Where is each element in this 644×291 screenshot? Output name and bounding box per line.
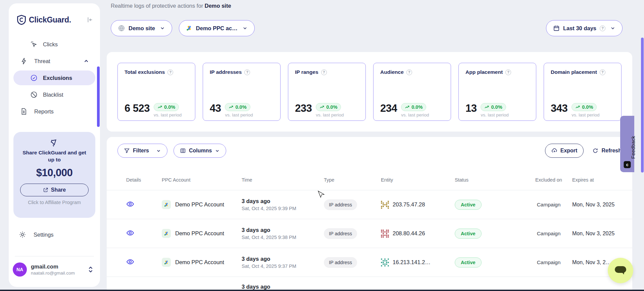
user-name: gmail.com xyxy=(31,263,75,270)
ppc-account-selector-value: Demo PPC ac… xyxy=(196,25,238,32)
stat-card-ip-addresses: IP addresses? 43 0.0%vs. last period xyxy=(203,63,281,121)
columns-icon xyxy=(180,148,186,154)
columns-button[interactable]: Columns xyxy=(174,144,226,158)
table-row-partial[interactable]: 3 days ago xyxy=(107,277,632,291)
time-absolute: Sat, Oct 4, 2025 9:38 PM xyxy=(242,235,324,240)
sidebar-item-clicks[interactable]: Clicks xyxy=(9,37,100,52)
column-header-excluded-on[interactable]: Excluded on xyxy=(530,177,567,183)
chevron-down-icon xyxy=(242,26,248,31)
help-icon[interactable]: ? xyxy=(600,26,605,31)
column-header-details[interactable]: Details xyxy=(117,177,162,183)
stat-label: Audience xyxy=(380,69,404,75)
chevron-up-icon[interactable] xyxy=(83,58,89,64)
trend-up-icon xyxy=(484,105,489,110)
click-cursor-icon xyxy=(30,41,38,48)
column-header-status[interactable]: Status xyxy=(455,177,530,183)
table-header-row: Details PPC Account Time Type Entity Sta… xyxy=(107,177,632,190)
feedback-label: Feedback xyxy=(630,120,636,159)
table-row[interactable]: Demo PPC Account 3 days agoSat, Oct 4, 2… xyxy=(107,190,632,219)
view-details-button[interactable] xyxy=(126,200,134,208)
share-button[interactable]: Share xyxy=(20,184,89,196)
column-header-time[interactable]: Time xyxy=(242,177,324,183)
stat-label: IP addresses xyxy=(210,69,242,75)
chevron-down-icon xyxy=(610,26,615,31)
column-header-ppc-account[interactable]: PPC Account xyxy=(162,177,242,183)
time-relative: 3 days ago xyxy=(242,256,324,262)
sidebar-item-reports[interactable]: Reports xyxy=(9,104,100,119)
page-scrollbar[interactable] xyxy=(641,38,644,173)
user-meta: gmail.com naatali.ro@gmail.com xyxy=(31,263,75,276)
stat-card-ip-ranges: IP ranges? 233 0.0%vs. last period xyxy=(288,63,366,121)
stat-card-audience: Audience? 234 0.0%vs. last period xyxy=(373,63,451,121)
view-details-button[interactable] xyxy=(126,258,134,266)
ppc-account-selector[interactable]: Demo PPC ac… xyxy=(179,20,255,36)
sidebar-item-label: Exclusions xyxy=(43,75,72,81)
filters-button[interactable]: Filters xyxy=(117,144,167,158)
share-label: Share xyxy=(51,187,66,193)
trend-up-icon xyxy=(319,105,325,110)
sidebar-collapse-icon[interactable] xyxy=(86,16,93,23)
status-badge: Active xyxy=(455,229,482,239)
app-root: ClickGuard. Clicks Threat Exclusions Bla… xyxy=(0,0,644,291)
help-icon[interactable]: ? xyxy=(244,69,250,75)
google-ads-icon xyxy=(162,229,171,238)
time-relative: 3 days ago xyxy=(242,284,324,290)
stat-change: 0.0% xyxy=(582,104,593,110)
settings-label: Settings xyxy=(34,232,54,238)
sidebar-item-label: Blacklist xyxy=(43,92,63,98)
badge-check-icon xyxy=(30,74,38,82)
user-menu[interactable]: NA gmail.com naatali.ro@gmail.com xyxy=(13,262,96,277)
sidebar-scrollbar[interactable] xyxy=(97,66,100,127)
column-header-type[interactable]: Type xyxy=(324,177,381,183)
trend-up-icon xyxy=(405,105,410,110)
entity-value: 16.213.141.2… xyxy=(393,259,431,265)
help-icon[interactable]: ? xyxy=(505,69,511,75)
sidebar-item-threat[interactable]: Threat xyxy=(9,54,100,68)
affiliate-link[interactable]: Click to Affiliate Program xyxy=(13,200,95,205)
subtitle-site-name: Demo site xyxy=(205,3,231,9)
cloud-download-icon xyxy=(551,148,557,154)
expires-at-value: Mon, Nov 3, 2025 xyxy=(567,202,622,208)
ppc-account-name: Demo PPC Account xyxy=(175,201,224,208)
entity-identicon xyxy=(381,201,389,209)
calendar-icon xyxy=(553,25,560,32)
sidebar-item-settings[interactable]: Settings xyxy=(19,231,54,238)
affiliate-promo-card[interactable]: Share ClickGuard and get up to $10,000 S… xyxy=(13,132,95,218)
sidebar-item-exclusions[interactable]: Exclusions xyxy=(13,70,95,85)
refresh-button[interactable]: Refresh xyxy=(592,148,622,154)
view-details-button[interactable] xyxy=(126,229,134,237)
brand-name: ClickGuard. xyxy=(29,15,71,25)
brand-logo[interactable]: ClickGuard. xyxy=(17,15,71,25)
globe-icon xyxy=(118,25,125,32)
help-icon[interactable]: ? xyxy=(406,69,412,75)
chat-launcher-button[interactable] xyxy=(608,258,633,283)
help-icon[interactable]: ? xyxy=(167,69,173,75)
help-icon[interactable]: ? xyxy=(600,69,605,75)
page-subtitle: Realtime logs of protective actions for … xyxy=(111,3,231,9)
stat-label: Total exclusions xyxy=(125,69,165,75)
google-ads-icon xyxy=(186,25,193,32)
table-row[interactable]: Demo PPC Account 3 days agoSat, Oct 4, 2… xyxy=(107,219,632,248)
external-link-icon xyxy=(43,187,48,193)
trend-up-icon xyxy=(157,105,162,110)
date-range-selector[interactable]: Last 30 days ? xyxy=(546,20,623,36)
ppc-account-name: Demo PPC Account xyxy=(175,230,224,237)
stat-value: 6 523 xyxy=(125,102,150,114)
column-header-expires-at[interactable]: Expires at xyxy=(567,177,622,183)
sidebar-item-blacklist[interactable]: Blacklist xyxy=(9,87,100,102)
eye-icon xyxy=(126,229,134,237)
export-button[interactable]: Export xyxy=(545,144,584,158)
stat-compare: vs. last period xyxy=(401,112,429,117)
feedback-tab[interactable]: Feedback c xyxy=(620,116,634,172)
help-icon[interactable]: ? xyxy=(321,69,327,75)
subtitle-text: Realtime logs of protective actions for xyxy=(111,3,203,9)
entity-value: 208.80.44.26 xyxy=(393,230,425,237)
chevron-down-icon xyxy=(156,148,161,153)
column-header-entity[interactable]: Entity xyxy=(381,177,455,183)
table-row[interactable]: Demo PPC Account 3 days agoSat, Oct 4, 2… xyxy=(107,248,632,277)
stat-compare: vs. last period xyxy=(316,112,344,117)
google-ads-icon xyxy=(162,200,171,209)
site-selector[interactable]: Demo site xyxy=(111,20,172,36)
type-badge: IP address xyxy=(324,257,357,268)
expires-at-value: Mon, Nov 3, 2025 xyxy=(567,231,622,237)
